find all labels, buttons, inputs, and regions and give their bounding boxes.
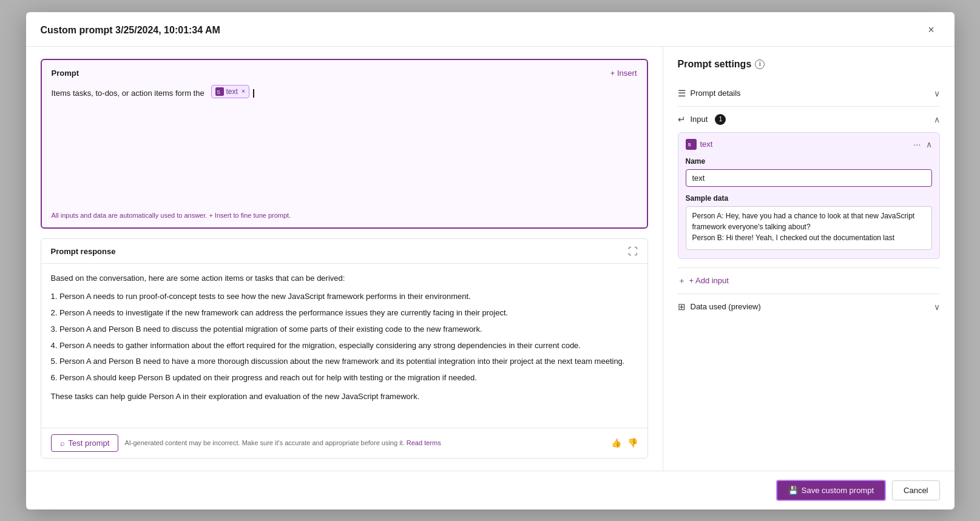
response-header: Prompt response ⛶	[41, 239, 647, 264]
dialog-title: Custom prompt 3/25/2024, 10:01:34 AM	[41, 25, 220, 36]
prompt-details-icon: ☰	[678, 88, 686, 99]
info-icon: i	[755, 59, 765, 69]
input-label: Input	[691, 115, 708, 124]
response-intro: Based on the conversation, here are some…	[51, 272, 638, 285]
data-used-label: Data used (preview)	[691, 302, 761, 311]
name-field-label: Name	[686, 157, 932, 166]
thumbs-up-button[interactable]: 👍	[611, 438, 621, 448]
data-used-section[interactable]: ⊞ Data used (preview) ∨	[678, 294, 940, 320]
save-label: Save custom prompt	[802, 486, 874, 495]
prompt-box: Prompt + Insert Items tasks, to-dos, or …	[41, 59, 648, 229]
list-item: 3. Person A and Person B need to discuss…	[51, 323, 638, 336]
text-cursor	[253, 89, 254, 98]
add-input-icon: ＋	[678, 275, 686, 286]
save-custom-prompt-button[interactable]: 💾 Save custom prompt	[776, 480, 886, 501]
name-field-input[interactable]	[686, 169, 932, 187]
prompt-box-header: Prompt + Insert	[52, 69, 637, 78]
prompt-footer-insert: + Insert	[209, 212, 231, 219]
response-conclusion: These tasks can help guide Person A in t…	[51, 391, 638, 403]
input-card-tag: S text	[686, 139, 713, 150]
input-count-badge: 1	[715, 114, 726, 125]
prompt-tag: S text ×	[211, 85, 250, 98]
input-card-more-button[interactable]: ···	[913, 139, 921, 149]
sample-data-textarea[interactable]: Person A: Hey, have you had a chance to …	[686, 206, 932, 250]
data-used-chevron: ∨	[934, 302, 940, 312]
tag-close-button[interactable]: ×	[242, 86, 245, 96]
prompt-label: Prompt	[52, 69, 79, 78]
tag-icon: S	[215, 87, 224, 96]
list-item: 2. Person A needs to investigate if the …	[51, 307, 638, 320]
svg-text:S: S	[217, 89, 220, 95]
response-box: Prompt response ⛶ Based on the conversat…	[41, 238, 648, 459]
test-prompt-label: Test prompt	[69, 439, 110, 448]
right-panel-title: Prompt settings i	[678, 59, 940, 70]
prompt-details-section[interactable]: ☰ Prompt details ∨	[678, 81, 940, 107]
prompt-details-label: Prompt details	[691, 89, 741, 98]
right-panel: Prompt settings i ☰ Prompt details ∨ ↵ I…	[663, 47, 955, 471]
list-item: 5. Person A and Person B need to have a …	[51, 355, 638, 368]
prompt-prefix-text: Items tasks, to-dos, or action items for…	[52, 89, 204, 98]
list-item: 1. Person A needs to run proof-of-concep…	[51, 291, 638, 303]
insert-button[interactable]: + Insert	[610, 69, 637, 78]
response-footer: ⌕ Test prompt AI-generated content may b…	[41, 428, 647, 458]
dialog: Custom prompt 3/25/2024, 10:01:34 AM × P…	[26, 12, 955, 509]
read-terms-link[interactable]: Read terms	[407, 439, 441, 446]
cancel-button[interactable]: Cancel	[892, 480, 939, 500]
response-list: 1. Person A needs to run proof-of-concep…	[51, 291, 638, 385]
input-section-header[interactable]: ↵ Input 1 ∧	[678, 107, 940, 132]
list-item: 6. Person A should keep Person B updated…	[51, 372, 638, 385]
ai-notice: AI-generated content may be incorrect. M…	[124, 439, 604, 446]
add-input-label: + Add input	[689, 276, 729, 285]
thumbs-down-button[interactable]: 👎	[627, 438, 638, 448]
tag-label: text	[226, 86, 238, 97]
svg-text:S: S	[688, 142, 691, 147]
prompt-details-chevron: ∨	[934, 89, 940, 98]
input-card: S text ··· ∧ Name Sample data Per	[678, 132, 940, 259]
dialog-body: Prompt + Insert Items tasks, to-dos, or …	[26, 47, 955, 471]
prompt-footer-text: All inputs and data are automatically us…	[52, 212, 208, 219]
close-button[interactable]: ×	[923, 22, 940, 39]
expand-button[interactable]: ⛶	[628, 246, 638, 257]
dialog-footer: 💾 Save custom prompt Cancel	[26, 471, 955, 509]
response-content: Based on the conversation, here are some…	[41, 264, 647, 428]
response-title: Prompt response	[51, 247, 116, 256]
input-icon: ↵	[678, 114, 686, 125]
add-input-row[interactable]: ＋ + Add input	[678, 268, 940, 294]
input-section-chevron: ∧	[934, 115, 940, 124]
left-panel: Prompt + Insert Items tasks, to-dos, or …	[26, 47, 663, 471]
prompt-footer-suffix: to fine tune prompt.	[233, 212, 291, 219]
dialog-header: Custom prompt 3/25/2024, 10:01:34 AM ×	[26, 12, 955, 47]
input-card-collapse-button[interactable]: ∧	[926, 139, 932, 149]
input-section: ↵ Input 1 ∧ S	[678, 107, 940, 268]
input-tag-label: text	[700, 139, 713, 149]
prompt-footer: All inputs and data are automatically us…	[52, 212, 637, 219]
save-icon: 💾	[788, 486, 798, 495]
input-tag-icon: S	[686, 139, 697, 150]
test-icon: ⌕	[60, 439, 65, 448]
data-used-icon: ⊞	[678, 301, 686, 312]
sample-data-label: Sample data	[686, 194, 932, 203]
test-prompt-button[interactable]: ⌕ Test prompt	[51, 434, 119, 452]
prompt-content: Items tasks, to-dos, or action items for…	[52, 85, 637, 207]
input-card-header: S text ··· ∧	[686, 139, 932, 150]
list-item: 4. Person A needs to gather information …	[51, 340, 638, 352]
